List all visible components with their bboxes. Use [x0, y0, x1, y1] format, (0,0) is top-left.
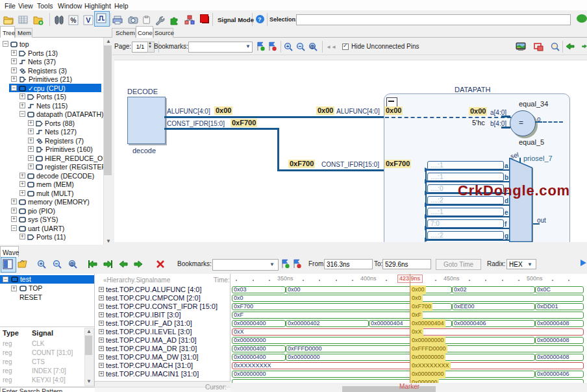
svg-text:+: +	[40, 261, 43, 267]
svg-text:−: −	[55, 261, 58, 267]
svg-text:%: %	[71, 17, 77, 24]
svg-text:V: V	[86, 16, 91, 24]
svg-text:−: −	[299, 43, 302, 49]
svg-text:◎: ◎	[310, 43, 315, 49]
svg-text:+: +	[286, 43, 290, 49]
svg-text:◎: ◎	[70, 261, 75, 267]
